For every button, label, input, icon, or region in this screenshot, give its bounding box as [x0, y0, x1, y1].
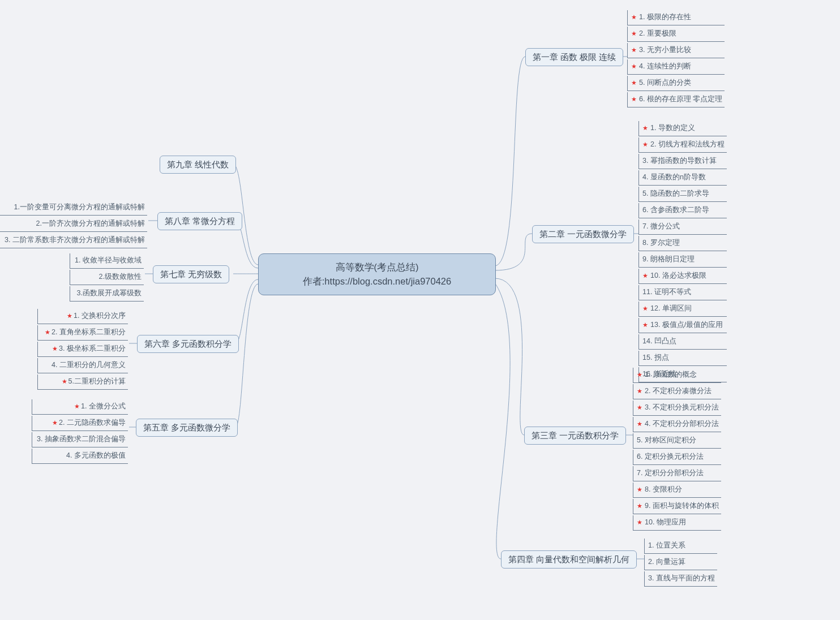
leaves-ch3: ★1. 原函数的概念★2. 不定积分凑微分法★3. 不定积分换元积分法★4. 不…: [633, 368, 721, 531]
leaf-item[interactable]: 2. 向量运算: [644, 555, 717, 570]
leaf-item[interactable]: ★8. 变限积分: [633, 483, 721, 498]
leaf-label: 2. 二元隐函数求偏导: [59, 419, 126, 427]
node-ch1[interactable]: 第一章 函数 极限 连续: [525, 48, 623, 66]
node-ch9[interactable]: 第九章 线性代数: [160, 156, 236, 174]
leaf-label: 2. 不定积分凑微分法: [645, 388, 712, 395]
leaf-item[interactable]: ★2. 重要极限: [627, 27, 725, 42]
leaf-item[interactable]: ★10. 物理应用: [633, 515, 721, 531]
leaf-item[interactable]: ★1. 原函数的概念: [633, 368, 721, 383]
leaf-label: 14. 凹凸点: [642, 338, 676, 345]
leaf-label: 2. 切线方程和法线方程: [650, 141, 725, 148]
star-icon: ★: [45, 329, 50, 335]
node-ch9-label: 第九章 线性代数: [167, 160, 229, 170]
leaf-item[interactable]: 4. 多元函数的极值: [32, 449, 128, 464]
star-icon: ★: [631, 47, 637, 53]
leaf-item[interactable]: ★1. 全微分公式: [32, 399, 128, 415]
leaf-label: 1. 全微分公式: [81, 403, 126, 410]
leaf-item[interactable]: 4. 二重积分的几何意义: [37, 358, 128, 373]
leaf-item[interactable]: 7. 定积分分部积分法: [633, 466, 721, 481]
leaf-item[interactable]: 1. 收敛半径与收敛域: [70, 253, 144, 269]
node-ch5[interactable]: 第五章 多元函数微分学: [136, 419, 238, 437]
leaf-label: 10. 物理应用: [645, 519, 686, 526]
leaf-label: 1. 位置关系: [648, 542, 685, 549]
leaf-item[interactable]: ★2. 直角坐标系二重积分: [37, 325, 128, 341]
leaf-item[interactable]: 1. 位置关系: [644, 539, 717, 554]
leaf-item[interactable]: ★3. 无穷小量比较: [627, 43, 725, 58]
leaf-label: 3. 无穷小量比较: [639, 46, 691, 54]
leaf-item[interactable]: ★1. 导数的定义: [638, 121, 727, 136]
leaf-label: 4. 多元函数的极值: [66, 452, 126, 459]
leaf-label: 3. 直线与平面的方程: [648, 575, 715, 582]
leaf-item[interactable]: ★3. 极坐标系二重积分: [37, 342, 128, 357]
star-icon: ★: [637, 372, 642, 378]
leaf-item[interactable]: ★5.二重积分的计算: [37, 374, 128, 390]
leaf-item[interactable]: ★2. 切线方程和法线方程: [638, 137, 727, 153]
leaf-item[interactable]: 2.一阶齐次微分方程的通解或特解: [0, 217, 147, 232]
node-ch6[interactable]: 第六章 多元函数积分学: [137, 335, 239, 353]
leaf-item[interactable]: 5. 隐函数的二阶求导: [638, 187, 727, 202]
node-ch3[interactable]: 第三章 一元函数积分学: [524, 427, 626, 445]
leaf-item[interactable]: 2.级数敛散性: [70, 270, 144, 285]
leaf-item[interactable]: ★2. 二元隐函数求偏导: [32, 416, 128, 431]
leaf-item[interactable]: ★12. 单调区间: [638, 302, 727, 317]
leaf-item[interactable]: 1.一阶变量可分离微分方程的通解或特解: [0, 200, 147, 216]
leaf-label: 3. 幂指函数的导数计算: [642, 157, 717, 165]
star-icon: ★: [642, 322, 648, 328]
leaf-label: 1. 导数的定义: [650, 124, 695, 132]
leaf-item[interactable]: ★2. 不定积分凑微分法: [633, 384, 721, 399]
node-ch8[interactable]: 第八章 常微分方程: [157, 212, 242, 230]
leaf-item[interactable]: ★4. 连续性的判断: [627, 59, 725, 75]
leaf-label: 3. 二阶常系数非齐次微分方程的通解或特解: [5, 236, 145, 244]
node-ch4[interactable]: 第四章 向量代数和空间解析几何: [501, 550, 637, 569]
leaf-item[interactable]: ★1. 交换积分次序: [37, 309, 128, 324]
leaf-label: 8. 罗尔定理: [642, 239, 680, 247]
node-ch7[interactable]: 第七章 无穷级数: [153, 265, 229, 283]
leaf-item[interactable]: 11. 证明不等式: [638, 285, 727, 300]
node-ch6-label: 第六章 多元函数积分学: [144, 339, 232, 350]
leaf-item[interactable]: ★5. 间断点的分类: [627, 76, 725, 91]
leaf-item[interactable]: 9. 朗格朗日定理: [638, 252, 727, 268]
leaf-label: 2.一阶齐次微分方程的通解或特解: [36, 220, 145, 227]
leaf-item[interactable]: ★13. 极值点/最值的应用: [638, 318, 727, 333]
leaf-item[interactable]: 4. 显函数的n阶导数: [638, 170, 727, 186]
root-node[interactable]: 高等数学(考点总结) 作者:https://blog.csdn.net/jia9…: [258, 253, 496, 295]
leaf-item[interactable]: ★3. 不定积分换元积分法: [633, 401, 721, 416]
leaf-item[interactable]: ★10. 洛必达求极限: [638, 269, 727, 284]
leaf-label: 7. 定积分分部积分法: [637, 470, 704, 477]
leaf-label: 13. 极值点/最值的应用: [650, 321, 723, 329]
leaf-item[interactable]: 3.函数展开成幂级数: [70, 286, 144, 302]
node-ch3-label: 第三章 一元函数积分学: [532, 430, 619, 441]
star-icon: ★: [637, 421, 642, 427]
leaf-item[interactable]: 15. 拐点: [638, 351, 727, 366]
leaf-item[interactable]: 6. 定积分换元积分法: [633, 450, 721, 465]
leaf-item[interactable]: 3. 幂指函数的导数计算: [638, 154, 727, 169]
leaf-item[interactable]: ★4. 不定积分分部积分法: [633, 417, 721, 432]
node-ch2-label: 第二章 一元函数微分学: [539, 229, 627, 240]
leaf-label: 12. 单调区间: [650, 305, 692, 312]
leaf-item[interactable]: 6. 含参函数求二阶导: [638, 203, 727, 218]
leaves-ch5: ★1. 全微分公式★2. 二元隐函数求偏导3. 抽象函数求二阶混合偏导4. 多元…: [32, 399, 128, 464]
leaves-ch6: ★1. 交换积分次序★2. 直角坐标系二重积分★3. 极坐标系二重积分4. 二重…: [37, 309, 128, 390]
leaves-ch1: ★1. 极限的存在性★2. 重要极限★3. 无穷小量比较★4. 连续性的判断★5…: [627, 10, 725, 107]
node-ch2[interactable]: 第二章 一元函数微分学: [532, 225, 634, 243]
leaf-item[interactable]: 8. 罗尔定理: [638, 236, 727, 251]
leaf-item[interactable]: 7. 微分公式: [638, 219, 727, 235]
leaf-label: 2.级数敛散性: [99, 273, 142, 281]
leaf-item[interactable]: ★9. 面积与旋转体的体积: [633, 499, 721, 514]
leaf-label: 5. 间断点的分类: [639, 79, 691, 87]
leaf-item[interactable]: 3. 抽象函数求二阶混合偏导: [32, 432, 128, 447]
star-icon: ★: [642, 273, 648, 279]
leaf-label: 5.二重积分的计算: [68, 378, 126, 385]
leaf-label: 11. 证明不等式: [642, 289, 691, 296]
leaf-label: 1. 极限的存在性: [639, 14, 691, 21]
leaf-item[interactable]: 14. 凹凸点: [638, 334, 727, 350]
leaf-item[interactable]: 3. 二阶常系数非齐次微分方程的通解或特解: [0, 233, 147, 248]
star-icon: ★: [637, 519, 642, 526]
leaf-item[interactable]: 5. 对称区间定积分: [633, 433, 721, 449]
leaves-ch7: 1. 收敛半径与收敛域2.级数敛散性3.函数展开成幂级数: [70, 253, 144, 302]
leaf-item[interactable]: ★6. 根的存在原理 零点定理: [627, 92, 725, 107]
leaf-item[interactable]: 3. 直线与平面的方程: [644, 571, 717, 587]
node-ch5-label: 第五章 多元函数微分学: [143, 423, 230, 433]
root-title-line2: 作者:https://blog.csdn.net/jia970426: [303, 274, 451, 289]
leaf-item[interactable]: ★1. 极限的存在性: [627, 10, 725, 25]
